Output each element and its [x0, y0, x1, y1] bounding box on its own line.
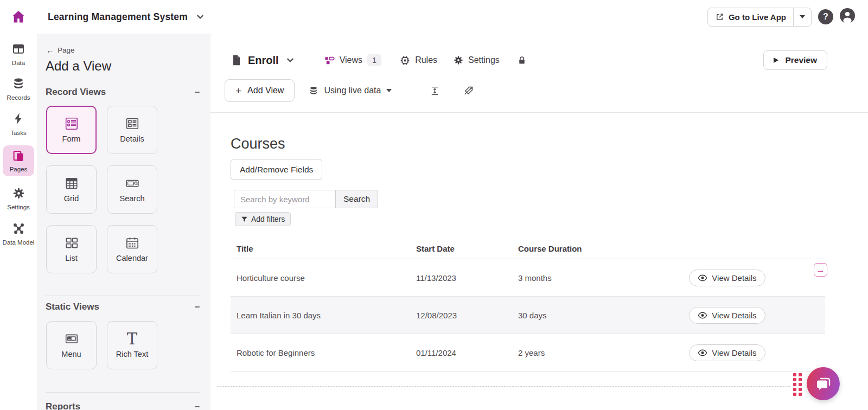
chat-widget-button[interactable]	[807, 367, 840, 400]
views-blocks-icon	[324, 55, 335, 66]
page-name: Enroll	[248, 54, 279, 67]
table-row: Horticulture course 11/13/2023 3 months …	[231, 259, 825, 297]
go-to-live-app-label: Go to Live App	[729, 12, 786, 22]
panel-title: Add a View	[46, 59, 111, 74]
top-bar: Learning Management System Go to Live Ap…	[0, 0, 868, 34]
table-header-row: Title Start Date Course Duration	[231, 239, 825, 259]
details-view-icon	[123, 117, 142, 131]
view-type-list[interactable]: List	[46, 225, 97, 273]
preview-button[interactable]: Preview	[763, 50, 827, 70]
table-row: Robotic for Beginners 01/11/2024 2 years…	[231, 334, 825, 371]
external-link-icon	[715, 12, 724, 22]
record-views-section-title: Record Views	[46, 87, 106, 98]
grid-view-icon	[63, 176, 80, 190]
sidebar-item-tasks[interactable]: Tasks	[0, 112, 37, 137]
eye-icon	[698, 312, 707, 319]
collapse-record-views-icon[interactable]	[195, 92, 200, 93]
view-details-button[interactable]: View Details	[689, 344, 765, 361]
chat-bubbles-icon	[815, 375, 832, 393]
caret-down-icon	[386, 89, 392, 92]
sidebar-item-records[interactable]: Records	[0, 77, 37, 101]
collapse-reports-icon[interactable]	[195, 406, 200, 407]
add-view-panel: ← Page Add a View Record Views Form Deta…	[37, 34, 210, 410]
data-table-icon	[12, 42, 25, 57]
page-chevron-down-icon[interactable]	[286, 57, 294, 63]
form-view-icon	[62, 117, 81, 131]
back-to-page-link[interactable]: ← Page	[46, 46, 75, 55]
pages-icon	[12, 150, 25, 165]
database-icon	[12, 77, 25, 92]
add-filters-button[interactable]: Add filters	[235, 212, 291, 226]
keyword-search: Search	[234, 190, 378, 208]
tab-rules[interactable]: Rules	[400, 55, 437, 66]
avatar[interactable]	[840, 8, 855, 25]
courses-table: Title Start Date Course Duration Horticu…	[231, 239, 825, 371]
data-model-network-icon	[12, 222, 25, 237]
eye-icon	[698, 274, 707, 281]
lock-icon[interactable]	[517, 55, 527, 65]
view-type-rich-text[interactable]: T Rich Text	[107, 321, 157, 369]
rules-chip-icon	[400, 55, 410, 66]
data-source-dropdown[interactable]: Using live data	[309, 86, 392, 95]
open-row-arrow-icon[interactable]: →	[814, 263, 827, 277]
plus-icon: +	[235, 86, 241, 96]
views-count-badge: 1	[367, 54, 381, 66]
go-to-live-app-button: Go to Live App	[707, 8, 812, 27]
page-file-icon	[231, 54, 242, 66]
column-header-title[interactable]: Title	[231, 244, 416, 253]
database-icon	[309, 86, 318, 95]
view-type-calendar[interactable]: Calendar	[107, 225, 157, 273]
play-icon	[774, 57, 778, 63]
eye-icon	[698, 349, 707, 356]
table-row: Learn Italian in 30 days 12/08/2023 30 d…	[231, 297, 825, 334]
view-details-button[interactable]: View Details	[689, 307, 765, 324]
help-icon[interactable]: ?	[818, 9, 833, 24]
app-title: Learning Management System	[48, 11, 188, 23]
calendar-view-icon	[124, 236, 141, 250]
sidebar-item-data-model[interactable]: Data Model	[0, 222, 37, 246]
search-view-icon	[123, 176, 142, 190]
tab-views[interactable]: Views 1	[324, 54, 381, 66]
funnel-icon	[241, 216, 248, 223]
view-type-form[interactable]: Form	[46, 106, 97, 154]
search-button[interactable]: Search	[335, 190, 378, 208]
drag-handle-icon[interactable]	[793, 373, 802, 396]
tab-settings[interactable]: Settings	[454, 55, 500, 65]
static-views-section-title: Static Views	[46, 302, 99, 312]
nav-rail: Data Records Tasks Pages Settings Data M…	[0, 34, 37, 410]
lightning-bolt-icon	[12, 112, 25, 127]
view-toolbar: + Add View Using live data	[225, 79, 474, 102]
sidebar-item-pages[interactable]: Pages	[3, 145, 34, 176]
home-icon[interactable]	[11, 9, 26, 24]
go-to-live-app-main[interactable]: Go to Live App	[708, 8, 793, 26]
back-arrow-icon: ←	[46, 46, 54, 55]
list-view-icon	[62, 236, 81, 250]
column-header-start-date[interactable]: Start Date	[416, 244, 518, 253]
add-view-button[interactable]: + Add View	[225, 79, 295, 102]
reports-section-title: Reports	[46, 401, 80, 410]
add-remove-fields-button[interactable]: Add/Remove Fields	[231, 159, 322, 180]
app-switcher-chevron-down-icon[interactable]	[196, 14, 204, 20]
section-drop-divider	[217, 386, 790, 387]
go-to-live-app-dropdown[interactable]	[793, 8, 811, 26]
gear-icon	[12, 187, 25, 202]
page-header: Enroll Views 1 Rules Settings	[231, 46, 527, 74]
view-type-grid[interactable]: Grid	[46, 165, 97, 214]
settings-gear-icon	[454, 55, 463, 65]
rich-text-icon: T	[127, 332, 137, 346]
hide-labels-tag-slash-icon[interactable]	[463, 85, 474, 96]
sidebar-item-settings[interactable]: Settings	[0, 187, 37, 211]
toolbar-divider	[210, 112, 868, 113]
view-details-button[interactable]: View Details	[689, 270, 765, 286]
view-title: Courses	[231, 136, 285, 152]
search-input[interactable]	[234, 190, 335, 208]
main-content: Enroll Views 1 Rules Settings	[210, 34, 868, 410]
column-header-course-duration[interactable]: Course Duration	[518, 244, 629, 253]
row-height-icon[interactable]	[430, 86, 440, 96]
view-type-details[interactable]: Details	[107, 106, 157, 154]
view-type-search[interactable]: Search	[107, 165, 157, 214]
sidebar-item-data[interactable]: Data	[0, 42, 37, 67]
menu-view-icon	[62, 332, 81, 346]
view-type-menu[interactable]: Menu	[46, 321, 97, 369]
collapse-static-views-icon[interactable]	[195, 306, 200, 308]
